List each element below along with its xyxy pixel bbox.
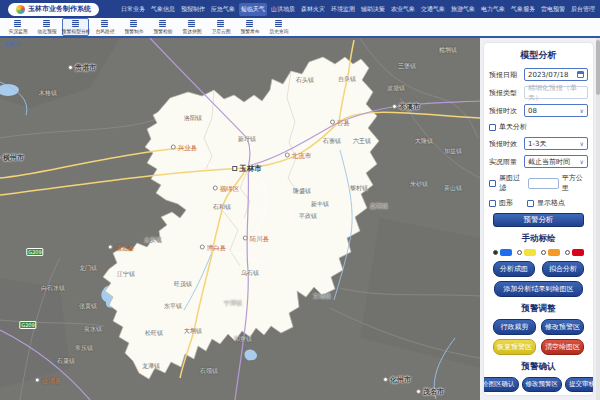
model-analysis-card: 模型分析 预报日期 2023/07/18 预报类型 精细化预报（单天） 预报时次 (484, 43, 593, 395)
button-恢复预警区[interactable]: 恢复预警区 (493, 339, 536, 355)
area-filter-input[interactable] (528, 178, 558, 189)
tab-label: 卫星云图 (211, 29, 230, 34)
document-icon (43, 20, 50, 27)
side-panel: 模型分析 预报日期 2023/07/18 预报类型 精细化预报（单天） 预报时次 (480, 38, 600, 400)
single-day-label: 单天分析 (499, 122, 527, 132)
button-拟合分析[interactable]: 拟合分析 (542, 261, 584, 277)
tab-label: 台风路径 (95, 29, 114, 34)
button-行政裁剪[interactable]: 行政裁剪 (493, 319, 536, 335)
app-title: 玉林市业务制作系统 (28, 4, 91, 14)
app-logo[interactable]: 玉林市业务制作系统 (8, 3, 99, 16)
tab-预警发布[interactable]: 预警发布 (236, 18, 263, 36)
tab-台风路径[interactable]: 台风路径 (91, 18, 118, 36)
menu-item-应急气象[interactable]: 应急气象 (209, 3, 237, 16)
menu-item-旅游气象[interactable]: 旅游气象 (449, 3, 477, 16)
color-radio-group (489, 249, 588, 256)
color-option[interactable] (493, 249, 512, 256)
color-radio[interactable] (541, 250, 546, 255)
document-icon (275, 20, 282, 27)
forecast-date-input[interactable]: 2023/07/18 (524, 68, 588, 81)
color-radio[interactable] (565, 250, 570, 255)
tab-实况监测[interactable]: 实况监测 (4, 18, 31, 36)
forecast-validity-select[interactable]: 1-3天 ∨ (524, 137, 588, 150)
show-grid-checkbox[interactable] (527, 200, 534, 207)
validity-label: 预报时效 (489, 139, 524, 149)
color-option[interactable] (541, 249, 560, 256)
manual-plot-title: 手动标绘 (489, 233, 588, 245)
map-area[interactable]: 贵港市横州市岑溪市化州市茂名市玉林市兴业县容县北流市福绵区陆川县博白县浦北县合浦… (0, 38, 480, 400)
area-unit-label: 平方公里 (562, 173, 588, 193)
rain-time-select[interactable]: 截止当前时间 ∨ (524, 155, 588, 168)
menu-item-森林火灾[interactable]: 森林火灾 (299, 3, 327, 16)
menu-item-环境监测[interactable]: 环境监测 (329, 3, 357, 16)
button-清空绘图区[interactable]: 清空绘图区 (541, 339, 584, 355)
menu-item-日常业务[interactable]: 日常业务 (119, 3, 147, 16)
tab-预警模型分析[interactable]: 预警模型分析 (62, 18, 89, 36)
top-menu: 日常业务气象信息预报制作应急气象短临天气山洪地质森林火灾环境监测辅助决策农业气象… (119, 0, 597, 18)
map-corner-text: 玉林市 (3, 40, 21, 49)
tab-临近预报[interactable]: 临近预报 (33, 18, 60, 36)
single-day-checkbox[interactable] (489, 124, 496, 131)
tab-历史查询[interactable]: 历史查询 (265, 18, 292, 36)
color-option[interactable] (517, 249, 536, 256)
tab-卫星云图[interactable]: 卫星云图 (207, 18, 234, 36)
add-analysis-result-button[interactable]: 添加分析结果到绘图区 (494, 281, 583, 297)
tab-label: 临近预报 (37, 29, 56, 34)
menu-item-短临天气[interactable]: 短临天气 (239, 3, 267, 16)
forecast-date-value: 2023/07/18 (528, 71, 568, 79)
warning-confirm-title: 预警确认 (489, 361, 588, 373)
main-area: 贵港市横州市岑溪市化州市茂名市玉林市兴业县容县北流市福绵区陆川县博白县浦北县合浦… (0, 38, 600, 400)
rain-time-value: 截止当前时间 (528, 157, 570, 167)
menu-item-农业气象[interactable]: 农业气象 (389, 3, 417, 16)
forecast-time-value: 08 (528, 107, 537, 115)
menu-item-雷电预警[interactable]: 雷电预警 (539, 3, 567, 16)
chevron-down-icon: ∨ (580, 108, 584, 114)
color-swatch (500, 249, 512, 256)
panel-scrollbar[interactable] (596, 38, 600, 400)
button-修改预警区[interactable]: 修改预警区 (541, 319, 584, 335)
menu-item-后台管理[interactable]: 后台管理 (569, 3, 597, 16)
menu-item-气象服务[interactable]: 气象服务 (509, 3, 537, 16)
color-swatch (572, 249, 584, 256)
button-提交审核[interactable]: 提交审核 (565, 377, 593, 392)
color-radio[interactable] (517, 250, 522, 255)
document-icon (217, 20, 224, 27)
graph-checkbox[interactable] (489, 200, 496, 207)
adjust-buttons: 行政裁剪修改预警区恢复预警区清空绘图区 (489, 319, 588, 355)
tab-label: 预警制作 (124, 29, 143, 34)
button-绘图区确认[interactable]: 绘图区确认 (484, 377, 519, 392)
button-分析成图[interactable]: 分析成图 (493, 261, 535, 277)
menu-item-辅助决策[interactable]: 辅助决策 (359, 3, 387, 16)
tab-label: 预警发布 (240, 29, 259, 34)
color-swatch (524, 249, 536, 256)
app-window: 玉林市业务制作系统 日常业务气象信息预报制作应急气象短临天气山洪地质森林火灾环境… (0, 0, 600, 400)
menu-item-预报制作[interactable]: 预报制作 (179, 3, 207, 16)
tab-雷达拼图[interactable]: 雷达拼图 (178, 18, 205, 36)
type-label: 预报类型 (489, 88, 524, 98)
color-swatch (548, 249, 560, 256)
menu-item-山洪地质[interactable]: 山洪地质 (269, 3, 297, 16)
button-修改预警区[interactable]: 修改预警区 (522, 377, 563, 392)
menu-item-交通气象[interactable]: 交通气象 (419, 3, 447, 16)
document-icon (246, 20, 253, 27)
warning-adjust-title: 预警调整 (489, 303, 588, 315)
color-radio[interactable] (493, 250, 498, 255)
tab-预警制作[interactable]: 预警制作 (120, 18, 147, 36)
tab-label: 实况监测 (8, 29, 27, 34)
graph-label: 图形 (499, 198, 513, 208)
calendar-icon (577, 71, 584, 78)
manual-buttons: 分析成图拟合分析 (489, 261, 588, 277)
forecast-time-select[interactable]: 08 ∨ (524, 104, 588, 117)
tab-预警检验[interactable]: 预警检验 (149, 18, 176, 36)
forecast-type-input: 精细化预报（单天） (524, 86, 588, 99)
rain-label: 实况雨量 (489, 157, 524, 167)
area-filter-checkbox[interactable] (489, 180, 496, 187)
color-option[interactable] (565, 249, 584, 256)
tabs-row: 实况监测临近预报预警模型分析台风路径预警制作预警检验雷达拼图卫星云图预警发布历史… (0, 18, 600, 38)
menu-item-电力气象[interactable]: 电力气象 (479, 3, 507, 16)
scrollbar-thumb[interactable] (596, 40, 600, 95)
logo-icon (16, 5, 25, 14)
document-icon (101, 20, 108, 27)
warning-analysis-button[interactable]: 预警分析 (493, 213, 584, 227)
menu-item-气象信息[interactable]: 气象信息 (149, 3, 177, 16)
